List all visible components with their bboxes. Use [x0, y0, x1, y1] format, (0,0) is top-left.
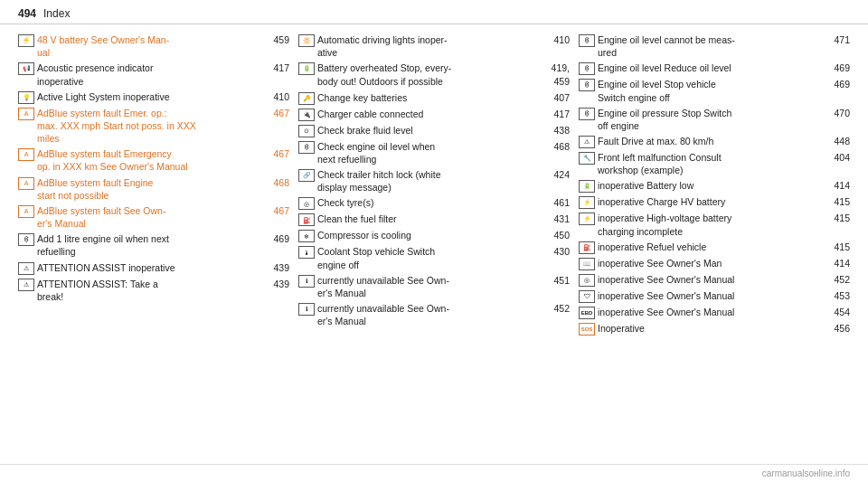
entry-text: Inoperative	[598, 322, 822, 335]
entry-text: Active Light System inoperative	[37, 90, 261, 103]
unavail1-icon: ℹ	[298, 275, 315, 288]
entry-eng-oil-reduce: 🛢 Engine oil level Reduce oil level 469	[579, 61, 850, 75]
entry-text: Acoustic presence indicatorinoperative	[37, 61, 261, 87]
entry-ebd: EBD inoperative See Owner's Manual 454	[579, 306, 850, 319]
entry-page: 414	[825, 257, 850, 270]
entry-page: 431	[544, 213, 570, 226]
entry-attention-break: ⚠ ATTENTION ASSIST: Take abreak! 439	[18, 278, 289, 303]
entry-page: 471	[825, 33, 850, 47]
entry-text: AdBlue system fault See Own-er's Manual	[37, 204, 261, 230]
entry-page: 415	[825, 241, 850, 254]
footer: carmanualsонline.info	[0, 464, 868, 482]
entry-acoustic: 📢 Acoustic presence indicatorinoperative…	[18, 61, 289, 87]
charger-icon: 🔌	[298, 109, 315, 121]
entry-check-tyre: ◎ Check tyre(s) 461	[298, 196, 570, 210]
entry-48v-battery: ⚡ 48 V battery See Owner's Man-ual 459	[18, 33, 289, 59]
entry-text: Compressor is cooling	[317, 229, 542, 241]
entry-page: 419, 459	[544, 61, 570, 88]
adblue4-icon: A	[18, 205, 34, 218]
adblue-icon: A	[18, 108, 34, 120]
acoustic-icon: 📢	[18, 62, 34, 75]
autolight-icon: 🔆	[298, 34, 315, 47]
oil-icon: 🛢	[18, 233, 34, 246]
entry-compressor: ❄ Compressor is cooling 450	[298, 229, 570, 242]
entry-inop-hv-charging: ⚡ inoperative High-voltage batterychargi…	[579, 212, 850, 237]
fuel-icon: ⛽	[298, 213, 315, 226]
entry-text: Engine oil level cannot be meas-ured	[598, 33, 822, 59]
entry-unavail1: ℹ currently unavailable See Own-er's Man…	[298, 274, 570, 299]
entry-text: inoperative See Owner's Man	[598, 257, 822, 269]
entry-battery-overheat: 🔋 Battery overheated Stop, every-body ou…	[298, 61, 570, 88]
entry-text: Engine oil level Reduce oil level	[598, 61, 822, 74]
entry-text: Front left malfunction Consultworkshop (…	[598, 151, 822, 176]
entry-page: 459	[264, 33, 289, 47]
unavail2-icon: ℹ	[298, 303, 315, 316]
entry-page: 452	[544, 302, 570, 316]
attention-icon: ⚠	[18, 262, 34, 275]
entry-text: 48 V battery See Owner's Man-ual	[37, 33, 261, 59]
entry-page: 404	[825, 151, 850, 165]
entry-adblue-engine: A AdBlue system fault Enginestart not po…	[18, 176, 289, 202]
key-icon: 🔑	[298, 92, 315, 105]
entry-fault-drive: ⚠ Fault Drive at max. 80 km/h 448	[579, 135, 850, 148]
entry-charger-cable: 🔌 Charger cable connected 417	[298, 108, 570, 121]
inopbat-icon: 🔋	[579, 180, 595, 193]
entry-page: 469	[264, 232, 289, 246]
inoprefuel-icon: ⛽	[579, 241, 595, 254]
entry-page: 468	[544, 140, 570, 154]
light-icon: 💡	[18, 91, 34, 104]
engpress-icon: 🛢	[579, 108, 595, 120]
entry-page: 467	[264, 147, 289, 161]
entry-page: 410	[264, 90, 289, 104]
page-header: 494 Index	[0, 0, 868, 24]
entry-clean-fuel: ⛽ Clean the fuel filter 431	[298, 213, 570, 226]
adblue3-icon: A	[18, 177, 34, 190]
entry-text: Engine oil level Stop vehicleSwitch engi…	[598, 78, 822, 103]
entry-page: 415	[825, 212, 850, 225]
entry-trailer-hitch: 🔗 Check trailer hitch lock (whitedisplay…	[298, 168, 570, 194]
entry-auto-lights: 🔆 Automatic driving lights inoper-ative …	[298, 33, 570, 59]
brake-icon: ⊙	[298, 125, 315, 137]
entry-text: Battery overheated Stop, every-body out!…	[317, 61, 542, 87]
entry-page: 469	[825, 61, 850, 75]
entry-adblue-emerg2: A AdBlue system fault Emergencyop. in XX…	[18, 147, 289, 173]
entry-page: 439	[264, 278, 289, 291]
engmeas-icon: 🛢	[579, 34, 595, 47]
entry-eng-oil-meas: 🛢 Engine oil level cannot be meas-ured 4…	[579, 33, 850, 59]
entry-eng-oil-press: 🛢 Engine oil pressure Stop Switchoff eng…	[579, 107, 850, 132]
entry-page: 467	[264, 204, 289, 218]
entry-text: inoperative See Owner's Manual	[598, 306, 822, 318]
inopown1-icon: 📖	[579, 258, 595, 270]
entry-page: 448	[825, 135, 850, 148]
entry-page: 467	[264, 107, 289, 120]
inopown3-icon: 🛡	[579, 290, 595, 303]
fault-icon: ⚠	[579, 136, 595, 148]
entry-page: 454	[825, 306, 850, 319]
attention2-icon: ⚠	[18, 279, 34, 291]
entry-text: inoperative See Owner's Manual	[598, 273, 822, 286]
bat-overheat-icon: 🔋	[298, 62, 315, 75]
page-title: Index	[43, 7, 70, 20]
index-content: ⚡ 48 V battery See Owner's Man-ual 459 📢…	[0, 24, 868, 347]
page-number: 494	[18, 7, 36, 20]
entry-text: currently unavailable See Own-er's Manua…	[317, 302, 542, 327]
entry-page: 415	[825, 195, 850, 209]
oilcheck-icon: 🛢	[298, 141, 315, 154]
entry-inop-charge-hv: ⚡ inoperative Charge HV battery 415	[579, 195, 850, 209]
trailer-icon: 🔗	[298, 169, 315, 182]
entry-inop-own3: 🛡 inoperative See Owner's Manual 453	[579, 289, 850, 303]
entry-text: Add 1 litre engine oil when nextrefuelli…	[37, 232, 261, 258]
entry-text: inoperative Charge HV battery	[598, 195, 822, 208]
entry-text: Check trailer hitch lock (whitedisplay m…	[317, 168, 542, 194]
entry-page: 469	[825, 78, 850, 91]
entry-page: 439	[264, 261, 289, 275]
entry-text: ATTENTION ASSIST inoperative	[37, 261, 261, 274]
tyre-icon: ◎	[298, 197, 315, 210]
entry-inop-battery: 🔋 inoperative Battery low 414	[579, 179, 850, 193]
entry-unavail2: ℹ currently unavailable See Own-er's Man…	[298, 302, 570, 327]
entry-text: inoperative Refuel vehicle	[598, 241, 822, 253]
entry-text: AdBlue system fault Enginestart not poss…	[37, 176, 261, 202]
entry-text: Charger cable connected	[317, 108, 542, 120]
entry-eng-oil-stop: 🛢 Engine oil level Stop vehicleSwitch en…	[579, 78, 850, 103]
entry-sos: SOS Inoperative 456	[579, 322, 850, 336]
